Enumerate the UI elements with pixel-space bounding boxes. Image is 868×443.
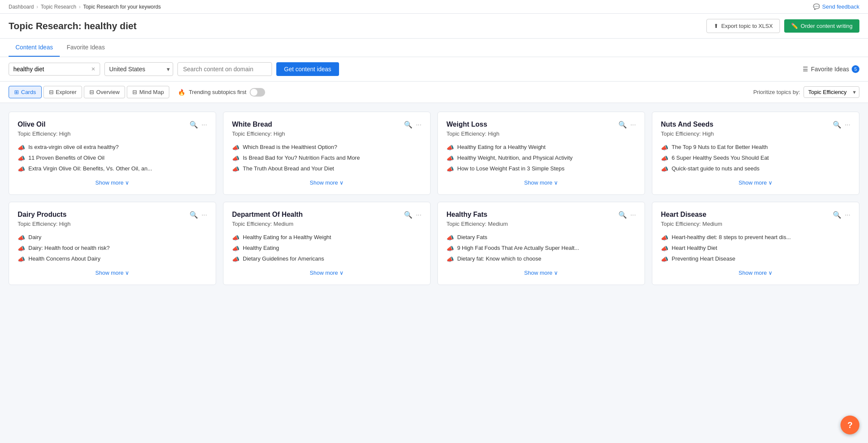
card-item-text[interactable]: Healthy Weight, Nutrition, and Physical … (457, 155, 573, 161)
card-3: Nuts And Seeds 🔍 ··· Topic Efficiency: H… (652, 112, 859, 195)
export-button[interactable]: ⬆ Export topic to XLSX (706, 19, 780, 33)
show-more-button[interactable]: Show more ∨ (661, 270, 850, 276)
search-icon[interactable]: 🔍 (833, 121, 841, 129)
upload-icon: ⬆ (714, 23, 718, 29)
trending-wrap: 🔥 Trending subtopics first (178, 88, 265, 97)
toolbar: ✕ United States United Kingdom Canada Au… (0, 57, 868, 82)
card-header: White Bread 🔍 ··· (232, 121, 422, 129)
card-item: 📣 Heart Healthy Diet (661, 245, 850, 252)
breadcrumb-current: Topic Research for your keywords (83, 4, 161, 10)
more-options-icon[interactable]: ··· (416, 121, 422, 129)
more-options-icon[interactable]: ··· (845, 121, 850, 129)
order-content-button[interactable]: ✏️ Order content writing (784, 19, 859, 33)
card-item-text[interactable]: Dairy: Health food or health risk? (28, 245, 110, 251)
card-item-text[interactable]: Quick-start guide to nuts and seeds (672, 165, 760, 172)
trending-icon: 📣 (232, 166, 239, 173)
card-item-text[interactable]: 6 Super Healthy Seeds You Should Eat (672, 155, 769, 161)
card-item: 📣 Extra Virgin Olive Oil: Benefits, Vs. … (18, 165, 207, 173)
card-items: 📣 Dairy 📣 Dairy: Health food or health r… (18, 234, 207, 263)
show-more-button[interactable]: Show more ∨ (18, 179, 207, 186)
search-icon[interactable]: 🔍 (189, 121, 198, 129)
priority-select[interactable]: Topic Efficiency Volume Difficulty (804, 86, 859, 98)
card-items: 📣 Dietary Fats 📣 9 High Fat Foods That A… (446, 234, 636, 263)
search-icon[interactable]: 🔍 (833, 211, 841, 219)
card-item-text[interactable]: The Truth About Bread and Your Diet (243, 165, 334, 172)
card-item-text[interactable]: Which Bread is the Healthiest Option? (243, 144, 337, 150)
breadcrumb-topic-research[interactable]: Topic Research (41, 4, 76, 10)
trending-icon: 📣 (661, 245, 668, 252)
card-item-text[interactable]: Preventing Heart Disease (672, 255, 735, 262)
more-options-icon[interactable]: ··· (416, 211, 422, 219)
card-items: 📣 Healthy Eating for a Healthy Weight 📣 … (232, 234, 422, 263)
search-icon[interactable]: 🔍 (618, 121, 627, 129)
mindmap-icon: ⊟ (132, 89, 137, 95)
show-more-button[interactable]: Show more ∨ (661, 179, 850, 186)
card-item-text[interactable]: 11 Proven Benefits of Olive Oil (28, 155, 104, 161)
card-header: Olive Oil 🔍 ··· (18, 121, 207, 129)
card-item-text[interactable]: How to Lose Weight Fast in 3 Simple Step… (457, 165, 565, 172)
card-item-text[interactable]: Is extra-virgin olive oil extra healthy? (28, 144, 119, 150)
tab-content-ideas[interactable]: Content Ideas (9, 39, 60, 57)
domain-search-input[interactable] (177, 62, 272, 76)
keyword-input-wrap: ✕ (9, 63, 100, 76)
card-2: Weight Loss 🔍 ··· Topic Efficiency: High… (437, 112, 645, 195)
cards-grid: Olive Oil 🔍 ··· Topic Efficiency: High 📣… (0, 103, 868, 294)
trending-icon: 📣 (18, 234, 25, 241)
card-item-text[interactable]: Healthy Eating (243, 245, 279, 251)
clear-keyword-button[interactable]: ✕ (91, 66, 95, 72)
card-item-text[interactable]: Is Bread Bad for You? Nutrition Facts an… (243, 155, 360, 161)
card-items: 📣 Healthy Eating for a Healthy Weight 📣 … (446, 144, 636, 173)
card-item-text[interactable]: Dietary fat: Know which to choose (457, 255, 541, 262)
card-item-text[interactable]: Dairy (28, 234, 41, 240)
card-item-text[interactable]: Health Concerns About Dairy (28, 255, 101, 262)
card-item-text[interactable]: Heart-healthy diet: 8 steps to prevent h… (672, 234, 791, 240)
show-more-button[interactable]: Show more ∨ (232, 179, 422, 186)
card-header: Weight Loss 🔍 ··· (446, 121, 636, 129)
show-more-button[interactable]: Show more ∨ (232, 270, 422, 276)
card-header: Nuts And Seeds 🔍 ··· (661, 121, 850, 129)
more-options-icon[interactable]: ··· (845, 211, 850, 219)
card-item-text[interactable]: Dietary Guidelines for Americans (243, 255, 324, 262)
card-item-text[interactable]: Extra Virgin Olive Oil: Benefits, Vs. Ot… (28, 165, 152, 172)
card-item: 📣 Which Bread is the Healthiest Option? (232, 144, 422, 151)
search-icon[interactable]: 🔍 (189, 211, 198, 219)
get-ideas-button[interactable]: Get content ideas (276, 62, 339, 76)
show-more-button[interactable]: Show more ∨ (446, 270, 636, 276)
card-item-text[interactable]: 9 High Fat Foods That Are Actually Super… (457, 245, 579, 251)
more-options-icon[interactable]: ··· (630, 211, 636, 219)
show-more-button[interactable]: Show more ∨ (446, 179, 636, 186)
card-efficiency: Topic Efficiency: High (18, 221, 207, 227)
tab-favorite-ideas[interactable]: Favorite Ideas (60, 39, 112, 57)
view-overview-button[interactable]: ⊟ Overview (84, 86, 125, 98)
card-item-text[interactable]: The Top 9 Nuts to Eat for Better Health (672, 144, 768, 150)
send-feedback-button[interactable]: 💬 Send feedback (813, 3, 859, 10)
trending-icon: 📣 (661, 166, 668, 173)
card-item-text[interactable]: Dietary Fats (457, 234, 487, 240)
prioritize-label: Prioritize topics by: (753, 89, 800, 95)
card-items: 📣 Heart-healthy diet: 8 steps to prevent… (661, 234, 850, 263)
keyword-input[interactable] (13, 66, 89, 73)
trending-toggle[interactable] (250, 88, 265, 97)
explorer-icon: ⊟ (49, 89, 54, 95)
card-item: 📣 9 High Fat Foods That Are Actually Sup… (446, 245, 636, 252)
card-item-text[interactable]: Healthy Eating for a Healthy Weight (243, 234, 331, 240)
view-mindmap-button[interactable]: ⊟ Mind Map (127, 86, 169, 98)
more-options-icon[interactable]: ··· (202, 121, 207, 129)
search-icon[interactable]: 🔍 (404, 211, 413, 219)
card-item-text[interactable]: Healthy Eating for a Healthy Weight (457, 144, 546, 150)
trending-icon: 📣 (446, 144, 454, 151)
card-title: Department Of Health (232, 211, 303, 218)
view-explorer-button[interactable]: ⊟ Explorer (43, 86, 82, 98)
view-cards-button[interactable]: ⊞ Cards (9, 86, 42, 98)
country-select[interactable]: United States United Kingdom Canada Aust… (104, 62, 173, 76)
card-item-text[interactable]: Heart Healthy Diet (672, 245, 717, 251)
breadcrumb-dashboard[interactable]: Dashboard (9, 4, 34, 10)
card-item: 📣 Is extra-virgin olive oil extra health… (18, 144, 207, 151)
more-options-icon[interactable]: ··· (202, 211, 207, 219)
favorite-ideas-label[interactable]: Favorite Ideas (811, 66, 849, 73)
more-options-icon[interactable]: ··· (630, 121, 636, 129)
show-more-button[interactable]: Show more ∨ (18, 270, 207, 276)
search-icon[interactable]: 🔍 (618, 211, 627, 219)
search-icon[interactable]: 🔍 (404, 121, 413, 129)
trending-icon: 📣 (18, 166, 25, 173)
